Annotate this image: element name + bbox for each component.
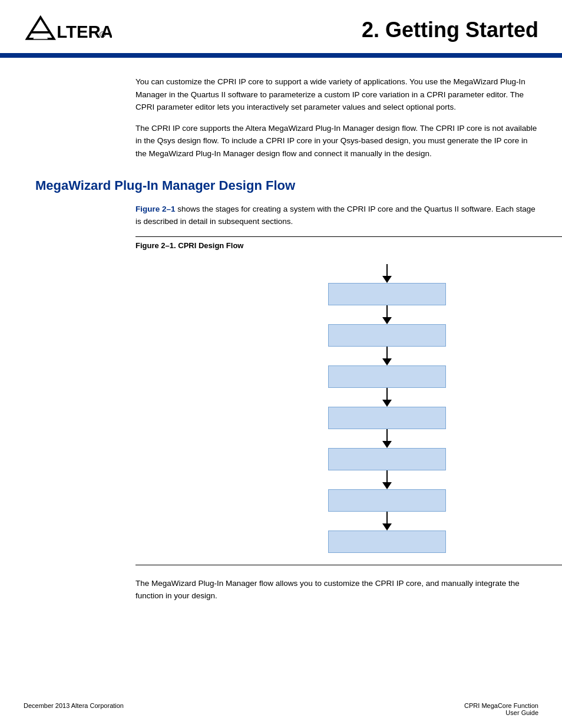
flow-box-4 <box>328 407 446 429</box>
footer-right: CPRI MegaCore Function User Guide <box>464 702 538 716</box>
flow-line <box>386 470 388 482</box>
flow-arrow <box>382 523 392 531</box>
flow-arrow <box>382 358 392 365</box>
flow-connector-0 <box>382 264 392 283</box>
flow-arrow <box>382 276 392 283</box>
blue-divider <box>0 53 562 58</box>
intro-paragraph-2: The CPRI IP core supports the Altera Meg… <box>135 122 538 160</box>
flow-connector-6 <box>382 512 392 531</box>
chapter-title: 2. Getting Started <box>362 12 538 42</box>
flow-line <box>386 429 388 441</box>
flow-arrow <box>382 441 392 448</box>
flow-line <box>386 388 388 400</box>
svg-text:®: ® <box>101 33 104 37</box>
flow-line <box>386 305 388 317</box>
section-description-text: shows the stages for creating a system w… <box>135 205 535 226</box>
altera-logo: LTERA ® <box>18 12 112 47</box>
flow-box-2 <box>328 324 446 347</box>
flow-box-7 <box>328 531 446 553</box>
page-header: LTERA ® 2. Getting Started <box>0 0 562 53</box>
flow-arrow <box>382 317 392 324</box>
figure-label: Figure 2–1. CPRI Design Flow <box>135 241 243 250</box>
flowchart <box>135 258 562 553</box>
flow-connector-3 <box>382 388 392 407</box>
footer-right-line1: CPRI MegaCore Function <box>464 702 538 709</box>
section-area: MegaWizard Plug-In Manager Design Flow <box>35 178 538 193</box>
flow-connector-4 <box>382 429 392 448</box>
section-description: Figure 2–1 shows the stages for creating… <box>135 203 538 228</box>
flow-box-1 <box>328 283 446 305</box>
flow-line <box>386 264 388 276</box>
flow-connector-5 <box>382 470 392 489</box>
flow-arrow <box>382 482 392 489</box>
figure-label-bar: Figure 2–1. CPRI Design Flow <box>135 236 562 252</box>
flow-connector-2 <box>382 347 392 365</box>
page-footer: December 2013 Altera Corporation CPRI Me… <box>0 702 562 716</box>
svg-text:LTERA: LTERA <box>57 22 112 41</box>
section-heading: MegaWizard Plug-In Manager Design Flow <box>35 178 538 193</box>
flow-box-6 <box>328 489 446 512</box>
flow-line <box>386 512 388 523</box>
flow-box-5 <box>328 448 446 470</box>
footer-right-line2: User Guide <box>464 709 538 716</box>
footer-left: December 2013 Altera Corporation <box>24 702 124 716</box>
flow-box-3 <box>328 365 446 388</box>
figure-ref: Figure 2–1 <box>135 205 176 213</box>
flow-line <box>386 347 388 358</box>
intro-paragraph-1: You can customize the CPRI IP core to su… <box>135 75 538 114</box>
figure-container: Figure 2–1. CPRI Design Flow <box>135 236 562 565</box>
closing-paragraph: The MegaWizard Plug-In Manager flow allo… <box>135 577 538 602</box>
flow-arrow <box>382 400 392 407</box>
figure-diagram <box>135 252 562 565</box>
flow-connector-1 <box>382 305 392 324</box>
main-content: You can customize the CPRI IP core to su… <box>0 75 562 602</box>
